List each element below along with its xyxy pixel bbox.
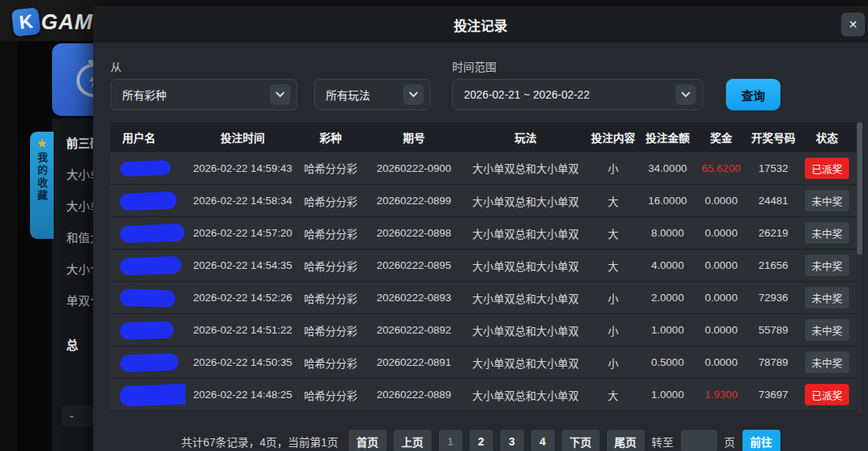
status-badge: 已派奖 — [805, 384, 848, 405]
play-cell: 大小单双总和大小单双 — [466, 249, 585, 281]
modal-title: 投注记录 — [454, 15, 507, 35]
chevron-down-icon — [675, 84, 696, 105]
status-cell: 未中奖 — [798, 346, 856, 378]
modal-header: 投注记录 — [93, 6, 868, 43]
bet-amount-cell: 34.0000 — [642, 152, 694, 184]
play-type-value: 所有玩法 — [326, 87, 370, 102]
table-row: 2026-02-22 14:58:34 哈希分分彩 20260222-0899 … — [110, 184, 856, 217]
page-button-3[interactable]: 3 — [500, 430, 524, 451]
period-cell: 20260222-0895 — [361, 249, 466, 281]
column-header: 投注时间 — [185, 122, 300, 152]
status-badge: 未中奖 — [805, 222, 848, 244]
bet-amount-cell: 8.0000 — [642, 217, 694, 249]
username-cell — [110, 184, 185, 217]
prev-page-button[interactable]: 上页 — [394, 430, 432, 451]
logo-text: GAM — [41, 10, 93, 35]
redacted-username — [120, 255, 182, 275]
status-cell: 已派奖 — [798, 378, 856, 411]
sidebar-item[interactable]: 大小个 — [66, 254, 93, 285]
status-badge: 未中奖 — [805, 255, 848, 276]
sidebar-item-total[interactable]: 总 — [66, 330, 93, 361]
table-row: 2026-02-22 14:59:43 哈希分分彩 20260222-0900 … — [110, 152, 856, 184]
prize-cell: 0.0000 — [694, 346, 749, 378]
last-page-button[interactable]: 尾页 — [607, 430, 645, 451]
sidebar-item[interactable]: 大小单 — [66, 159, 93, 191]
star-icon: ★ — [36, 137, 47, 150]
redacted-username — [120, 223, 185, 243]
draw-number-cell: 21656 — [749, 249, 798, 281]
lottery-type-select[interactable]: 所有彩种 — [110, 79, 297, 110]
sidebar-item[interactable]: 单双个 — [66, 285, 93, 317]
draw-number-cell: 26219 — [749, 217, 798, 249]
status-cell: 已派奖 — [798, 152, 856, 184]
column-header: 投注金额 — [642, 122, 694, 152]
redacted-username — [120, 288, 176, 307]
redacted-username — [120, 352, 179, 372]
status-cell: 未中奖 — [798, 249, 856, 281]
favorites-tab[interactable]: ★ 我的收藏 — [30, 132, 54, 239]
time-range-label: 时间范围 — [452, 58, 496, 74]
period-cell: 20260222-0899 — [361, 184, 466, 217]
bet-time-cell: 2026-02-22 14:57:20 — [185, 217, 300, 249]
draw-number-cell: 78789 — [749, 346, 798, 378]
first-page-button[interactable]: 首页 — [349, 430, 387, 451]
bet-amount-cell: 2.0000 — [642, 281, 694, 314]
sidebar-item[interactable]: 大小单 — [66, 191, 93, 222]
column-header: 玩法 — [466, 122, 585, 152]
period-cell: 20260222-0891 — [361, 346, 466, 378]
bet-time-cell: 2026-02-22 14:54:35 — [185, 249, 300, 281]
table-body: 2026-02-22 14:59:43 哈希分分彩 20260222-0900 … — [110, 152, 856, 411]
column-header: 状态 — [798, 122, 856, 152]
column-header: 用户名 — [110, 122, 185, 152]
status-cell: 未中奖 — [798, 217, 856, 249]
close-button[interactable]: ✕ — [841, 13, 865, 36]
play-cell: 大小单双总和大小单双 — [466, 217, 585, 249]
username-cell — [110, 314, 185, 346]
draw-number-cell: 24481 — [749, 184, 798, 217]
bet-amount-cell: 0.5000 — [642, 346, 694, 378]
draw-number-cell: 17532 — [749, 152, 798, 184]
play-cell: 大小单双总和大小单双 — [466, 184, 585, 217]
play-type-select[interactable]: 所有玩法 — [314, 79, 431, 110]
date-range-select[interactable]: 2026-02-21 ~ 2026-02-22 — [452, 79, 703, 110]
next-page-button[interactable]: 下页 — [562, 430, 600, 451]
pagination-summary: 共计67条记录，4页，当前第1页 — [181, 434, 338, 449]
username-cell — [110, 249, 185, 281]
sidebar-item[interactable]: 前三码 — [66, 128, 93, 159]
table-head-row: 用户名投注时间彩种期号玩法投注内容投注金额奖金开奖号码状态 — [110, 122, 856, 152]
prize-cell: 0.0000 — [694, 217, 749, 249]
page-button-1[interactable]: 1 — [439, 430, 462, 451]
bet-time-cell: 2026-02-22 14:59:43 — [185, 152, 300, 184]
sidebar-menu: 前三码大小单大小单和值大大小个单双个总 — [66, 128, 93, 361]
favorites-tab-label: 我的收藏 — [35, 152, 50, 203]
column-header: 奖金 — [694, 122, 749, 152]
prize-cell: 0.0000 — [694, 249, 749, 281]
bet-amount-stepper[interactable]: - — [62, 405, 93, 427]
redacted-username — [120, 191, 178, 210]
from-label: 从 — [110, 58, 122, 74]
lottery-cell: 哈希分分彩 — [300, 281, 361, 314]
page-button-2[interactable]: 2 — [470, 430, 493, 451]
bet-content-cell: 大 — [585, 378, 642, 411]
goto-page-input[interactable] — [681, 430, 717, 451]
bet-amount-cell: 4.0000 — [642, 249, 694, 281]
lottery-cell: 哈希分分彩 — [300, 314, 361, 346]
redacted-username — [120, 320, 174, 339]
query-button[interactable]: 查询 — [726, 79, 780, 110]
brand-logo[interactable]: K GAM — [13, 6, 93, 38]
logo-k-icon: K — [11, 7, 40, 36]
bet-time-cell: 2026-02-22 14:48:25 — [185, 378, 300, 411]
table-scrollbar-thumb[interactable] — [857, 122, 862, 255]
play-cell: 大小单双总和大小单双 — [466, 378, 585, 411]
username-cell — [110, 346, 185, 378]
bet-time-cell: 2026-02-22 14:52:26 — [185, 281, 300, 314]
table-row: 2026-02-22 14:52:26 哈希分分彩 20260222-0893 … — [110, 281, 856, 314]
period-cell: 20260222-0892 — [361, 314, 466, 346]
bet-content-cell: 小 — [585, 346, 642, 378]
lottery-cell: 哈希分分彩 — [300, 152, 361, 184]
page-button-4[interactable]: 4 — [531, 430, 555, 451]
sidebar-item[interactable]: 和值大 — [66, 222, 93, 254]
prize-cell: 65.6200 — [694, 152, 749, 184]
status-cell: 未中奖 — [798, 314, 856, 346]
go-button[interactable]: 前往 — [743, 430, 780, 451]
